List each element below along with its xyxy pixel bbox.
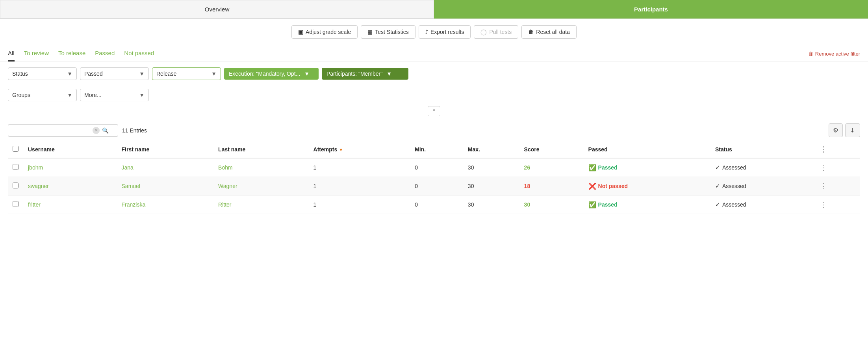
toolbar: ▣ Adjust grade scale ▩ Test Statistics ⤴…	[0, 19, 868, 45]
participants-filter[interactable]: Participants: "Member" ▼	[322, 68, 408, 80]
tab-overview[interactable]: Overview	[0, 0, 434, 19]
search-input[interactable]	[11, 127, 90, 134]
cell-max-2: 30	[463, 196, 519, 214]
trash-small-icon: 🗑	[808, 51, 813, 57]
col-header-attempts[interactable]: Attempts ▼	[309, 141, 410, 158]
groups-arrow-icon: ▼	[67, 92, 72, 98]
cell-actions-2: ⋮	[815, 196, 860, 214]
status-filter[interactable]: Status ▼	[8, 67, 77, 80]
reset-all-data-button[interactable]: 🗑 Reset all data	[521, 25, 577, 39]
col-header-firstname: First name	[117, 141, 214, 158]
row-actions-dots-2[interactable]: ⋮	[820, 201, 828, 209]
cell-max-0: 30	[463, 158, 519, 177]
cell-status-0: ✓ Assessed	[710, 158, 815, 177]
cell-firstname-1: Samuel	[117, 177, 214, 196]
filter-tab-all[interactable]: All	[8, 50, 15, 61]
participants-table: Username First name Last name Attempts ▼…	[8, 141, 860, 214]
select-all-checkbox[interactable]	[13, 146, 19, 152]
filter-tab-to-review[interactable]: To review	[24, 50, 49, 61]
filter-tab-not-passed[interactable]: Not passed	[124, 50, 154, 61]
status-arrow-icon: ▼	[67, 71, 72, 77]
col-header-lastname: Last name	[213, 141, 309, 158]
cell-passed-1: ❌ Not passed	[584, 177, 710, 196]
tabs-bar: Overview Participants	[0, 0, 868, 19]
settings-icon-button[interactable]: ⚙	[829, 123, 843, 137]
cell-min-2: 0	[410, 196, 463, 214]
passed-filter[interactable]: Passed ▼	[80, 67, 149, 80]
participants-arrow-icon: ▼	[386, 71, 392, 77]
row-checkbox-cell-1	[8, 177, 23, 196]
row-checkbox-1[interactable]	[13, 183, 19, 188]
col-header-max: Max.	[463, 141, 519, 158]
cell-passed-0: ✅ Passed	[584, 158, 710, 177]
clear-icon[interactable]: ✕	[93, 127, 100, 134]
row-checkbox-cell-2	[8, 196, 23, 214]
cell-attempts-1: 1	[309, 177, 410, 196]
right-icons: ⚙ ⭳	[829, 123, 860, 137]
cell-score-1: 18	[519, 177, 584, 196]
table-wrap: Username First name Last name Attempts ▼…	[0, 141, 868, 214]
export-icon: ⤴	[425, 29, 428, 35]
export-results-button[interactable]: ⤴ Export results	[419, 25, 471, 39]
grid-icon: ▣	[298, 29, 303, 35]
filters-row-2: Groups ▼ More... ▼	[0, 83, 868, 104]
col-header-score: Score	[519, 141, 584, 158]
collapse-button[interactable]: ^	[428, 106, 441, 116]
table-header-row: Username First name Last name Attempts ▼…	[8, 141, 860, 158]
col-header-passed: Passed	[584, 141, 710, 158]
table-row: swagner Samuel Wagner 1 0 30 18 ❌ Not pa…	[8, 177, 860, 196]
cell-firstname-0: Jana	[117, 158, 214, 177]
search-row: ✕ 🔍 11 Entries ⚙ ⭳	[0, 119, 868, 141]
trash-icon: 🗑	[528, 29, 534, 35]
filters-row-1: Status ▼ Passed ▼ Release ▼ Execution: "…	[0, 62, 868, 83]
row-checkbox-2[interactable]	[13, 201, 19, 207]
release-arrow-icon: ▼	[211, 71, 217, 77]
more-filter[interactable]: More... ▼	[80, 89, 149, 101]
collapse-row: ^	[0, 104, 868, 119]
row-actions-dots-0[interactable]: ⋮	[820, 164, 828, 171]
actions-dots-icon[interactable]: ⋮	[820, 145, 828, 153]
cell-actions-0: ⋮	[815, 158, 860, 177]
filter-tab-to-release[interactable]: To release	[58, 50, 85, 61]
filter-tabs-bar: All To review To release Passed Not pass…	[0, 45, 868, 62]
adjust-grade-button[interactable]: ▣ Adjust grade scale	[291, 25, 358, 39]
cell-attempts-0: 1	[309, 158, 410, 177]
cell-username-1: swagner	[23, 177, 117, 196]
cell-actions-1: ⋮	[815, 177, 860, 196]
col-header-min: Min.	[410, 141, 463, 158]
cell-score-0: 26	[519, 158, 584, 177]
filter-tab-passed[interactable]: Passed	[95, 50, 115, 61]
remove-active-filter[interactable]: 🗑 Remove active filter	[808, 51, 860, 61]
cell-status-2: ✓ Assessed	[710, 196, 815, 214]
cell-lastname-0: Bohm	[213, 158, 309, 177]
cell-firstname-2: Franziska	[117, 196, 214, 214]
passed-arrow-icon: ▼	[139, 71, 145, 77]
pull-tests-button[interactable]: ◯ Pull tests	[474, 25, 518, 39]
select-all-checkbox-cell	[8, 141, 23, 158]
bar-chart-icon: ▩	[367, 29, 373, 35]
table-row: jbohm Jana Bohm 1 0 30 26 ✅ Passed ✓ Ass…	[8, 158, 860, 177]
cell-username-0: jbohm	[23, 158, 117, 177]
groups-filter[interactable]: Groups ▼	[8, 89, 77, 101]
search-icon[interactable]: 🔍	[102, 127, 109, 134]
tab-participants[interactable]: Participants	[434, 0, 868, 19]
cell-score-2: 30	[519, 196, 584, 214]
row-checkbox-cell-0	[8, 158, 23, 177]
cell-min-0: 0	[410, 158, 463, 177]
test-statistics-button[interactable]: ▩ Test Statistics	[361, 25, 415, 39]
cell-min-1: 0	[410, 177, 463, 196]
row-actions-dots-1[interactable]: ⋮	[820, 182, 828, 190]
cell-status-1: ✓ Assessed	[710, 177, 815, 196]
table-row: fritter Franziska Ritter 1 0 30 30 ✅ Pas…	[8, 196, 860, 214]
col-header-actions: ⋮	[815, 141, 860, 158]
sort-icon: ▼	[339, 147, 343, 152]
cell-passed-2: ✅ Passed	[584, 196, 710, 214]
execution-filter[interactable]: Execution: "Mandatory, Opt... ▼	[224, 68, 319, 80]
release-filter[interactable]: Release ▼	[152, 67, 221, 80]
row-checkbox-0[interactable]	[13, 164, 19, 170]
cell-lastname-2: Ritter	[213, 196, 309, 214]
cell-lastname-1: Wagner	[213, 177, 309, 196]
col-header-status: Status	[710, 141, 815, 158]
search-box: ✕ 🔍	[8, 124, 118, 137]
download-icon-button[interactable]: ⭳	[845, 123, 860, 137]
